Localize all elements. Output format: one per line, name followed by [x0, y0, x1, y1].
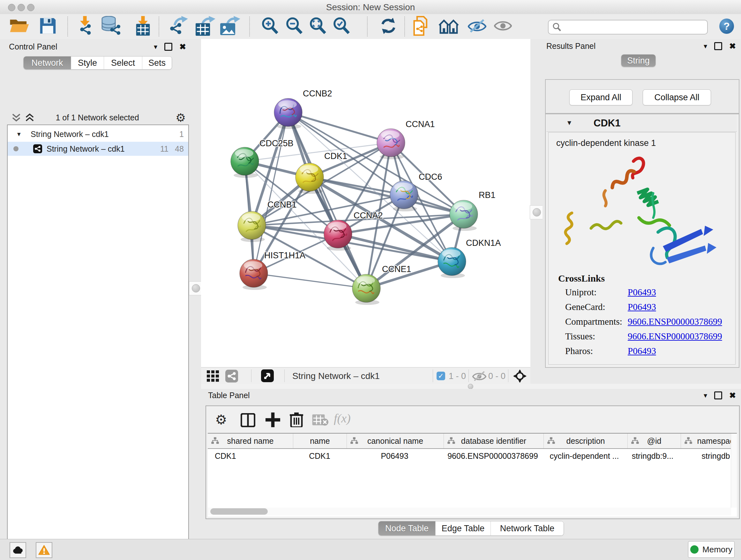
column-header[interactable]: shared name [208, 434, 293, 448]
column-header[interactable]: canonical name [347, 434, 444, 448]
network-canvas[interactable]: CCNB2CCNA1CDC25BCDK1CDC6RB1CCNB1CCNA2CDK… [201, 39, 530, 367]
zoom-selected-icon[interactable] [333, 17, 350, 36]
right-splitter-handle[interactable] [530, 205, 544, 219]
table-cell[interactable]: P06493 [346, 449, 443, 463]
show-all-icon[interactable] [494, 19, 512, 34]
section-collapse-icon[interactable]: ▾ [567, 118, 571, 127]
panel-float-icon[interactable] [714, 42, 722, 50]
network-view-share-icon[interactable] [225, 370, 238, 382]
export-image-icon[interactable] [220, 16, 241, 37]
table-cell[interactable]: CDK1 [208, 449, 293, 463]
panel-float-icon[interactable] [714, 391, 722, 399]
right-splitter[interactable] [530, 39, 542, 384]
crosslink-link[interactable]: 9606.ENSP00000378699 [628, 331, 722, 341]
copy-network-icon[interactable] [413, 16, 430, 37]
selected-checkbox-icon[interactable]: ✓ [436, 372, 445, 380]
network-collection-row[interactable]: ▾ String Network – cdk1 1 [8, 127, 188, 141]
column-header[interactable]: database identifier [444, 434, 544, 448]
collapse-all-button[interactable]: Collapse All [643, 89, 711, 105]
zoom-in-icon[interactable] [261, 17, 279, 36]
gene-section-header[interactable]: ▾ CDK1 [546, 115, 737, 132]
network-node-rb1[interactable]: RB1 [450, 190, 495, 231]
delete-column-icon[interactable] [290, 412, 303, 427]
tab-edge-table[interactable]: Edge Table [435, 521, 490, 536]
table-row[interactable]: CDK1CDK1P064939606.ENSP00000378699cyclin… [208, 449, 737, 463]
import-network-from-database-icon[interactable] [101, 16, 122, 37]
tab-network[interactable]: Network [23, 57, 71, 69]
expand-all-button[interactable]: Expand All [569, 89, 632, 105]
tab-node-table[interactable]: Node Table [379, 521, 435, 536]
network-options-gear-icon[interactable]: ⚙ [176, 111, 186, 125]
warning-status-button[interactable] [36, 542, 52, 558]
network-node-ccnb1[interactable]: CCNB1 [238, 200, 297, 242]
table-cell[interactable]: CDK1 [293, 449, 346, 463]
tab-style[interactable]: Style [71, 57, 104, 69]
horizontal-scrollbar[interactable] [208, 508, 731, 515]
column-header[interactable]: @id [628, 434, 681, 448]
crosslink-link[interactable]: P06493 [628, 346, 656, 356]
column-header[interactable]: namespace [681, 434, 737, 448]
hide-selected-icon[interactable] [468, 19, 486, 34]
crosslink-link[interactable]: P06493 [628, 302, 656, 312]
export-network-icon[interactable] [169, 16, 188, 37]
search-input[interactable] [548, 20, 708, 35]
table-cell[interactable]: cyclin-dependent ... [542, 449, 626, 463]
network-node-hist1h1a[interactable]: HIST1H1A [240, 251, 306, 290]
fit-crosshair-icon[interactable] [513, 369, 527, 383]
import-table-icon[interactable] [134, 16, 152, 37]
refresh-icon[interactable] [379, 17, 398, 37]
birdseye-view-icon[interactable] [261, 369, 274, 382]
scrollbar-thumb[interactable] [210, 508, 268, 515]
tab-sets[interactable]: Sets [142, 57, 172, 69]
network-edge[interactable] [254, 112, 288, 273]
network-edge[interactable] [288, 112, 391, 143]
delete-table-icon[interactable] [312, 415, 329, 426]
network-node-ccna1[interactable]: CCNA1 [377, 119, 435, 159]
grid-view-icon[interactable] [207, 370, 222, 382]
open-file-icon[interactable] [9, 17, 29, 36]
panel-menu-icon[interactable]: ▾ [154, 43, 157, 51]
panel-close-icon[interactable]: ✖ [729, 391, 736, 400]
network-edge[interactable] [254, 273, 366, 288]
help-button[interactable]: ? [719, 18, 734, 34]
tab-network-table[interactable]: Network Table [490, 521, 563, 536]
first-neighbors-icon[interactable] [438, 17, 460, 36]
table-options-gear-icon[interactable]: ⚙ [215, 412, 227, 428]
left-splitter[interactable] [189, 39, 201, 539]
horizontal-splitter[interactable] [201, 384, 741, 389]
network-edge[interactable] [288, 112, 366, 288]
tab-string[interactable]: String [621, 55, 656, 67]
table-cell[interactable]: 9606.ENSP00000378699 [443, 449, 542, 463]
search-field[interactable] [564, 21, 702, 33]
panel-close-icon[interactable]: ✖ [729, 42, 736, 51]
import-network-icon[interactable] [76, 16, 94, 37]
tree-expand-icon[interactable]: ▾ [17, 130, 21, 138]
panel-menu-icon[interactable]: ▾ [704, 42, 707, 51]
save-session-icon[interactable] [39, 17, 57, 36]
zoom-fit-icon[interactable] [309, 17, 327, 36]
node-label: CCNA1 [406, 119, 435, 129]
panel-float-icon[interactable] [164, 43, 172, 51]
zoom-out-icon[interactable] [285, 17, 303, 36]
cloud-status-button[interactable] [10, 542, 26, 558]
tab-select[interactable]: Select [104, 57, 142, 69]
panel-close-icon[interactable]: ✖ [179, 42, 186, 51]
add-column-icon[interactable] [266, 413, 280, 427]
vertical-scrollbar[interactable] [731, 434, 737, 508]
hidden-eye-slash-icon[interactable] [472, 371, 486, 381]
memory-button[interactable]: Memory [688, 541, 735, 558]
crosslink-link[interactable]: 9606.ENSP00000378699 [628, 316, 722, 327]
table-cell[interactable]: stringdb:9... [626, 449, 679, 463]
export-table-icon[interactable] [195, 16, 216, 37]
network-edge[interactable] [288, 112, 464, 214]
column-header[interactable]: name [293, 434, 347, 448]
show-columns-icon[interactable] [241, 413, 255, 427]
crosslink-link[interactable]: P06493 [628, 287, 656, 298]
column-header[interactable]: description [544, 434, 628, 448]
network-graph[interactable]: CCNB2CCNA1CDC25BCDK1CDC6RB1CCNB1CCNA2CDK… [201, 39, 530, 367]
horizontal-splitter-handle[interactable] [468, 384, 473, 389]
table-cell[interactable]: stringdb [679, 449, 737, 463]
network-row-selected[interactable]: String Network – cdk1 11 48 [8, 142, 188, 156]
panel-menu-icon[interactable]: ▾ [704, 391, 707, 400]
network-node-cdkn1a[interactable]: CDKN1A [438, 238, 501, 278]
